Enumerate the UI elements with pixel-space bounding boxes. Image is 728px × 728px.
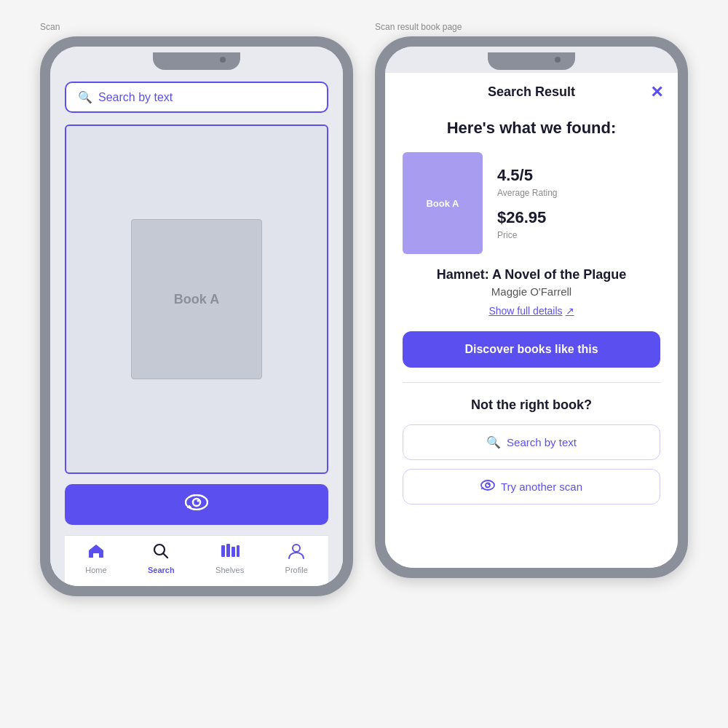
discover-button[interactable]: Discover books like this	[403, 331, 660, 368]
svg-point-13	[486, 483, 490, 488]
svg-point-11	[293, 545, 300, 552]
nav-label-home: Home	[85, 566, 106, 574]
expand-icon: ↗	[566, 305, 574, 317]
nav-item-profile[interactable]: Profile	[285, 543, 308, 574]
scan-alt-icon	[480, 480, 495, 494]
nav-item-home[interactable]: Home	[85, 543, 106, 574]
rating-label: Average Rating	[497, 188, 558, 198]
home-icon	[87, 543, 105, 563]
shelves-icon	[220, 543, 240, 563]
search-bar[interactable]: 🔍 Search by text	[65, 82, 328, 113]
right-phone-section: Scan result book page Search Result ✕ He…	[375, 22, 688, 578]
right-phone-inner: Search Result ✕ Here's what we found: Bo…	[385, 47, 678, 568]
scan-button[interactable]	[65, 484, 328, 525]
show-details-label: Show full details	[488, 305, 562, 317]
found-heading: Here's what we found:	[403, 119, 660, 138]
book-author: Maggie O'Farrell	[403, 285, 660, 298]
left-notch-bar	[50, 47, 343, 73]
nav-label-search: Search	[148, 566, 175, 574]
bottom-nav: Home Search	[65, 535, 328, 586]
book-placeholder-label: Book A	[174, 292, 219, 307]
svg-line-16	[483, 488, 484, 489]
right-notch	[488, 52, 575, 70]
search-by-text-label: Search by text	[507, 436, 577, 448]
nav-item-search[interactable]: Search	[148, 543, 175, 574]
svg-point-2	[197, 500, 199, 502]
svg-line-6	[163, 553, 167, 558]
try-scan-label: Try another scan	[501, 480, 582, 493]
right-phone-frame: Search Result ✕ Here's what we found: Bo…	[375, 36, 688, 578]
svg-point-1	[193, 499, 200, 506]
search-nav-icon	[153, 543, 169, 563]
rating-value: 4.5/5	[497, 166, 558, 185]
book-cover-result: Book A	[403, 152, 483, 254]
left-screen-content: 🔍 Search by text Book A	[50, 73, 343, 586]
section-divider	[403, 382, 660, 383]
close-button[interactable]: ✕	[650, 83, 663, 102]
book-info-row: Book A 4.5/5 Average Rating $26.95 Price	[403, 152, 660, 254]
right-screen-label: Scan result book page	[375, 22, 688, 32]
book-meta: 4.5/5 Average Rating $26.95 Price	[497, 166, 558, 240]
discover-button-label: Discover books like this	[464, 343, 598, 355]
show-details-link[interactable]: Show full details ↗	[403, 305, 660, 317]
price-value: $26.95	[497, 208, 558, 227]
profile-icon	[288, 543, 305, 563]
svg-rect-7	[221, 545, 225, 557]
left-notch	[153, 52, 240, 70]
svg-point-14	[488, 483, 489, 485]
svg-rect-8	[226, 544, 230, 557]
left-phone-inner: 🔍 Search by text Book A	[50, 47, 343, 586]
page-wrapper: Scan 🔍 Search by text Book A	[40, 22, 688, 596]
left-phone-section: Scan 🔍 Search by text Book A	[40, 22, 353, 596]
result-header-title: Search Result	[488, 84, 575, 100]
book-placeholder: Book A	[131, 219, 262, 379]
book-title: Hamnet: A Novel of the Plague	[403, 267, 660, 282]
scan-area: Book A	[65, 124, 328, 474]
search-by-text-button[interactable]: 🔍 Search by text	[403, 424, 660, 460]
svg-rect-9	[232, 547, 235, 557]
result-body: Here's what we found: Book A 4.5/5 Avera…	[385, 111, 678, 568]
svg-line-4	[189, 506, 191, 507]
price-label: Price	[497, 230, 558, 240]
right-notch-bar	[385, 47, 678, 73]
try-scan-button[interactable]: Try another scan	[403, 469, 660, 505]
search-bar-label: Search by text	[98, 91, 173, 104]
result-header: Search Result ✕	[385, 73, 678, 111]
nav-label-shelves: Shelves	[215, 566, 244, 574]
svg-rect-10	[237, 545, 240, 557]
search-alt-icon: 🔍	[486, 435, 501, 449]
search-icon: 🔍	[78, 90, 92, 104]
book-cover-label: Book A	[426, 198, 459, 209]
nav-label-profile: Profile	[285, 566, 308, 574]
not-right-heading: Not the right book?	[403, 397, 660, 413]
result-screen: Search Result ✕ Here's what we found: Bo…	[385, 73, 678, 568]
scan-eye-icon	[185, 494, 208, 515]
nav-item-shelves[interactable]: Shelves	[215, 543, 244, 574]
left-screen-label: Scan	[40, 22, 353, 32]
svg-point-0	[186, 495, 207, 510]
left-phone-frame: 🔍 Search by text Book A	[40, 36, 353, 596]
